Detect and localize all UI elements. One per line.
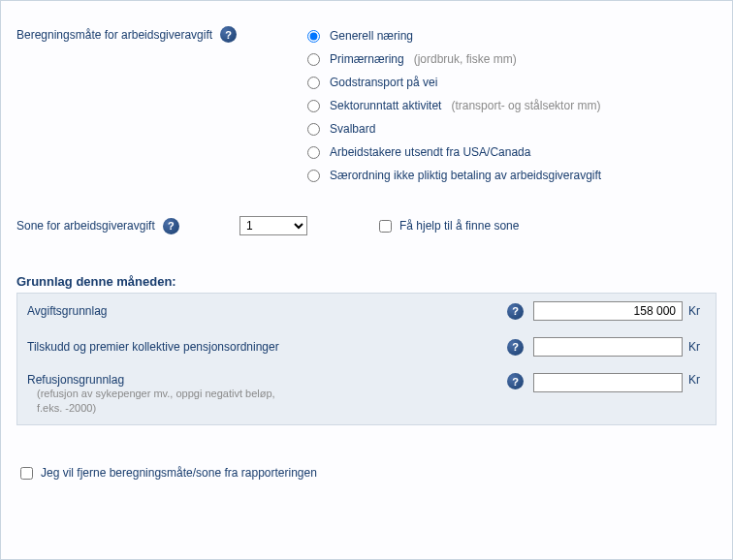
zone-label: Sone for arbeidsgiveravgift xyxy=(16,219,155,233)
zone-select-wrap: 1 xyxy=(239,216,307,235)
radio-label: Særordning ikke pliktig betaling av arbe… xyxy=(330,169,601,182)
zone-select[interactable]: 1 xyxy=(239,216,307,235)
refusjon-input[interactable] xyxy=(533,373,683,392)
help-icon[interactable]: ? xyxy=(163,218,179,234)
remove-label: Jeg vil fjerne beregningsmåte/sone fra r… xyxy=(41,466,317,480)
avgiftsgrunnlag-input[interactable] xyxy=(533,301,683,321)
radio-svalbard[interactable] xyxy=(307,123,320,136)
radio-row: Svalbard xyxy=(307,117,717,140)
remove-checkbox[interactable] xyxy=(20,467,33,480)
radio-generell[interactable] xyxy=(307,30,320,43)
grunnlag-label: Refusjonsgrunnlag xyxy=(27,373,497,387)
grunnlag-label-wrap: Refusjonsgrunnlag (refusjon av sykepenge… xyxy=(27,373,497,417)
radio-hint: (transport- og stålsektor mm) xyxy=(451,99,600,112)
grunnlag-box: Avgiftsgrunnlag ? Kr Tilskudd og premier… xyxy=(16,293,717,425)
tilskudd-input[interactable] xyxy=(533,337,683,357)
zone-label-wrap: Sone for arbeidsgiveravgift ? xyxy=(16,218,230,234)
radio-sektorunntatt[interactable] xyxy=(307,100,320,112)
grunnlag-row: Avgiftsgrunnlag ? Kr xyxy=(17,294,716,328)
radio-row: Sektorunntatt aktivitet (transport- og s… xyxy=(307,94,717,117)
radio-row: Arbeidstakere utsendt fra USA/Canada xyxy=(307,140,717,164)
radio-label: Primærnæring xyxy=(330,52,404,66)
zone-row: Sone for arbeidsgiveravgift ? 1 Få hjelp… xyxy=(16,216,717,235)
radio-row: Særordning ikke pliktig betaling av arbe… xyxy=(307,164,717,187)
radio-label: Arbeidstakere utsendt fra USA/Canada xyxy=(330,145,530,159)
help-icon[interactable]: ? xyxy=(507,373,524,389)
form-panel: Beregningsmåte for arbeidsgiveravgift ? … xyxy=(0,0,733,560)
grunnlag-title: Grunnlag denne måneden: xyxy=(16,274,717,289)
calculation-method-row: Beregningsmåte for arbeidsgiveravgift ? … xyxy=(16,18,717,187)
radio-godstransport[interactable] xyxy=(307,77,320,89)
calculation-method-label-wrap: Beregningsmåte for arbeidsgiveravgift ? xyxy=(16,18,307,43)
zone-help-checkbox-wrap: Få hjelp til å finne sone xyxy=(375,217,519,235)
help-icon[interactable]: ? xyxy=(220,26,237,43)
grunnlag-row: Tilskudd og premier kollektive pensjonso… xyxy=(17,328,716,364)
radio-saerordning[interactable] xyxy=(307,170,320,182)
radio-row: Godstransport på vei xyxy=(307,71,717,94)
radio-label: Generell næring xyxy=(330,29,413,43)
currency-suffix: Kr xyxy=(688,373,706,387)
calculation-method-radio-group: Generell næring Primærnæring (jordbruk, … xyxy=(307,18,717,187)
grunnlag-label: Tilskudd og premier kollektive pensjonso… xyxy=(27,340,497,354)
grunnlag-label: Avgiftsgrunnlag xyxy=(27,304,497,318)
remove-row: Jeg vil fjerne beregningsmåte/sone fra r… xyxy=(16,464,717,482)
radio-hint: (jordbruk, fiske mm) xyxy=(414,52,517,66)
help-icon[interactable]: ? xyxy=(507,339,524,356)
calculation-method-label: Beregningsmåte for arbeidsgiveravgift xyxy=(16,28,212,42)
radio-row: Primærnæring (jordbruk, fiske mm) xyxy=(307,47,717,71)
help-icon[interactable]: ? xyxy=(507,303,524,320)
zone-help-checkbox[interactable] xyxy=(379,220,392,233)
currency-suffix: Kr xyxy=(688,304,706,318)
radio-label: Sektorunntatt aktivitet xyxy=(330,99,441,112)
radio-label: Godstransport på vei xyxy=(330,76,437,89)
grunnlag-sublabel: (refusjon av sykepenger mv., oppgi negat… xyxy=(27,387,289,417)
currency-suffix: Kr xyxy=(688,340,706,354)
grunnlag-row: Refusjonsgrunnlag (refusjon av sykepenge… xyxy=(17,364,716,424)
radio-primaer[interactable] xyxy=(307,53,320,66)
radio-usa-canada[interactable] xyxy=(307,146,320,159)
radio-row: Generell næring xyxy=(307,24,717,47)
zone-help-label: Få hjelp til å finne sone xyxy=(399,219,519,233)
radio-label: Svalbard xyxy=(330,122,375,136)
